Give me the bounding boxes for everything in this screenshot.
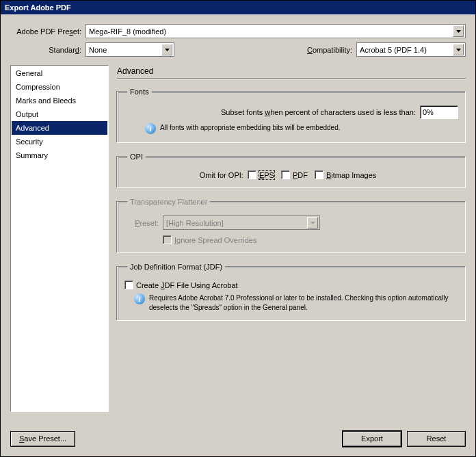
opi-label: Omit for OPI: [200,171,248,179]
jdf-legend: Job Definition Format (JDF) [127,263,225,271]
title-bar: Export Adobe PDF [1,1,475,14]
chevron-down-icon [161,44,172,55]
ignore-spread-overrides-checkbox: Ignore Spread Overrides [163,235,256,244]
export-button[interactable]: Export [343,431,401,447]
category-sidebar: General Compression Marks and Bleeds Out… [10,65,109,412]
info-icon: i [145,123,156,134]
fonts-legend: Fonts [127,88,152,96]
preset-dropdown-value: Mega-RIF_8 (modified) [89,27,166,36]
flattener-preset-value: [High Resolution] [166,219,224,227]
main-panel: Advanced Fonts Subset fonts when percent… [117,65,466,424]
compatibility-dropdown-value: Acrobat 5 (PDF 1.4) [360,46,427,54]
save-preset-button[interactable]: Save Preset... [10,431,75,447]
info-icon: i [134,293,145,304]
chevron-down-icon [453,44,464,55]
opi-bitmap-checkbox[interactable]: Bitmap Images [315,170,376,179]
button-row: Save Preset... Export Reset [10,424,466,447]
opi-legend: OPI [127,153,146,161]
dialog-content: Adobe PDF Preset: Mega-RIF_8 (modified) … [1,14,475,456]
flattener-group: Transparency Flattener Preset: [High Res… [117,198,466,253]
preset-label: Adobe PDF Preset: [10,27,85,36]
flattener-preset-dropdown: [High Resolution] [163,216,320,230]
header-controls: Adobe PDF Preset: Mega-RIF_8 (modified) … [10,24,466,57]
opi-pdf-checkbox[interactable]: PDF [281,170,308,179]
standard-dropdown-value: None [89,46,107,54]
opi-group: OPI Omit for OPI: EPS PDF Bitmap Images [117,153,466,188]
fonts-group: Fonts Subset fonts when percent of chara… [117,88,466,143]
sidebar-item-security[interactable]: Security [12,135,107,148]
export-pdf-dialog: Export Adobe PDF Adobe PDF Preset: Mega-… [0,0,476,457]
standard-label: Standard: [10,46,85,54]
fonts-info-text: All fonts with appropriate embedding bit… [160,123,341,133]
flattener-preset-label: Preset: [124,219,163,227]
preset-dropdown[interactable]: Mega-RIF_8 (modified) [85,24,466,38]
sidebar-item-general[interactable]: General [12,66,107,80]
chevron-down-icon [307,217,318,228]
compatibility-dropdown[interactable]: Acrobat 5 (PDF 1.4) [356,42,466,57]
panel-title: Advanced [117,65,466,79]
standard-dropdown[interactable]: None [85,42,174,57]
jdf-info-text: Requires Adobe Acrobat 7.0 Professional … [149,293,458,312]
jdf-group: Job Definition Format (JDF) Create JDF F… [117,263,466,321]
reset-button[interactable]: Reset [407,431,466,447]
flattener-legend: Transparency Flattener [127,198,210,206]
subset-label: Subset fonts when percent of characters … [221,108,420,116]
sidebar-item-compression[interactable]: Compression [12,80,107,94]
sidebar-item-advanced[interactable]: Advanced [12,121,107,135]
compatibility-label: Compatibility: [307,46,356,54]
subset-percent-input[interactable] [420,105,458,119]
create-jdf-checkbox[interactable]: Create JDF File Using Acrobat [124,280,238,289]
opi-eps-checkbox[interactable]: EPS [248,170,274,179]
chevron-down-icon [453,25,464,37]
sidebar-item-marks-bleeds[interactable]: Marks and Bleeds [12,94,107,107]
sidebar-item-output[interactable]: Output [12,107,107,121]
sidebar-item-summary[interactable]: Summary [12,148,107,162]
